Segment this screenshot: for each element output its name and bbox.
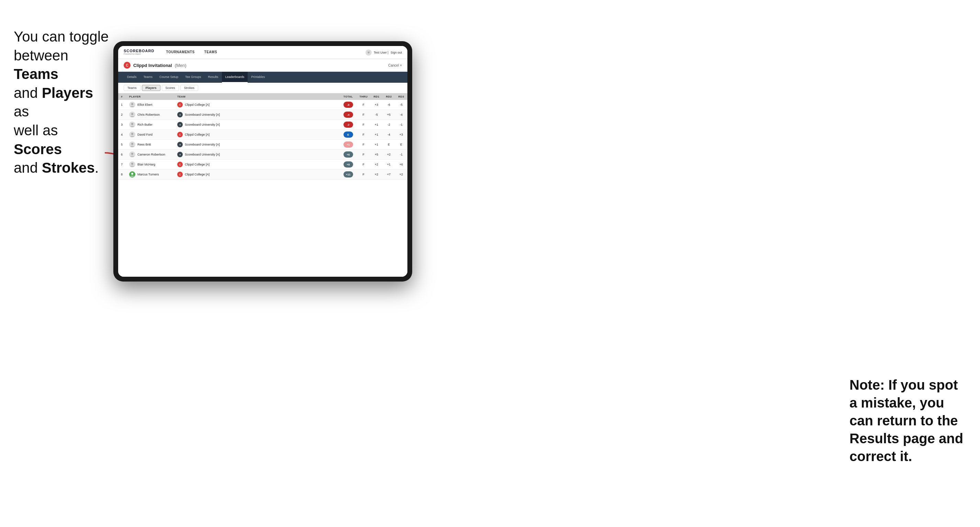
- table-row: 3Rich Butler■Scoreboard University [A]-2…: [118, 120, 407, 130]
- sub-toggle-bar: Teams Players Scores Strokes: [118, 83, 407, 94]
- cell-rd2: -4: [383, 130, 395, 140]
- tournament-title: C Clippd Invitational (Men): [124, 62, 186, 69]
- toggle-scores[interactable]: Scores: [162, 85, 179, 91]
- cell-team: CClippd College [A]: [175, 100, 329, 110]
- cell-rank: 3: [118, 120, 126, 130]
- team-icon: ■: [177, 112, 183, 117]
- bold-scores: Scores: [14, 141, 62, 157]
- cell-rd1: +1: [370, 120, 383, 130]
- player-avatar: [129, 111, 135, 118]
- cell-player: Marcus Turners: [126, 170, 175, 179]
- cell-rank: 7: [118, 160, 126, 170]
- cell-rd1: +2: [370, 170, 383, 179]
- cancel-button[interactable]: Cancel ×: [388, 63, 402, 67]
- team-name: Clippd College [A]: [185, 163, 210, 166]
- tab-course-setup[interactable]: Course Setup: [156, 72, 182, 83]
- cell-team: ■Scoreboard University [A]: [175, 120, 329, 130]
- cell-rank: 4: [118, 130, 126, 140]
- cell-player: Rich Butler: [126, 120, 175, 130]
- tab-printables[interactable]: Printables: [248, 72, 268, 83]
- tab-results[interactable]: Results: [205, 72, 222, 83]
- cell-player: Blair McHarg: [126, 160, 175, 170]
- col-total: TOTAL: [340, 94, 357, 100]
- toggle-teams[interactable]: Teams: [124, 85, 140, 91]
- nav-teams[interactable]: TEAMS: [200, 46, 222, 59]
- player-avatar: [129, 102, 135, 108]
- team-icon: ■: [177, 142, 183, 147]
- player-name: Chris Robertson: [137, 113, 160, 116]
- cell-team: CClippd College [A]: [175, 160, 329, 170]
- bold-strokes: Strokes: [42, 160, 95, 176]
- bold-teams: Teams: [14, 66, 58, 82]
- tablet-screen: SCOREBOARD Powered by clippd TOURNAMENTS…: [118, 46, 407, 277]
- tab-bar: Details Teams Course Setup Tee Groups Re…: [118, 72, 407, 83]
- player-name: Marcus Turners: [137, 173, 159, 176]
- tab-teams[interactable]: Teams: [140, 72, 156, 83]
- cell-player: Cameron Robertson: [126, 150, 175, 160]
- player-avatar: [129, 161, 135, 168]
- player-avatar: [129, 151, 135, 157]
- table-body: 1Elliot EbertCClippd College [A]-8F+3-6-…: [118, 100, 407, 179]
- table-header-row: # PLAYER TEAM TOTAL THRU RD1 RD2 RD3: [118, 94, 407, 100]
- svg-point-4: [131, 133, 133, 135]
- svg-point-8: [131, 173, 133, 175]
- tab-leaderboards[interactable]: Leaderboards: [222, 72, 248, 83]
- player-name: David Ford: [137, 133, 153, 136]
- team-name: Scoreboard University [A]: [185, 153, 220, 156]
- svg-point-7: [131, 163, 133, 165]
- cell-total: +6: [340, 150, 357, 160]
- toggle-strokes[interactable]: Strokes: [180, 85, 199, 91]
- cell-thru: F: [357, 120, 370, 130]
- toggle-players[interactable]: Players: [142, 85, 161, 91]
- cell-total: -2: [340, 120, 357, 130]
- cell-thru: F: [357, 100, 370, 110]
- cell-rank: 6: [118, 150, 126, 160]
- top-nav: SCOREBOARD Powered by clippd TOURNAMENTS…: [118, 46, 407, 59]
- cell-total: +11: [340, 170, 357, 179]
- player-avatar: [129, 122, 135, 128]
- player-name: Cameron Robertson: [137, 153, 165, 156]
- svg-point-6: [131, 153, 133, 155]
- sign-out-link[interactable]: Sign out: [391, 51, 402, 54]
- table-row: 1Elliot EbertCClippd College [A]-8F+3-6-…: [118, 100, 407, 110]
- col-player: PLAYER: [126, 94, 175, 100]
- col-rd3: RD3: [395, 94, 407, 100]
- col-rank: #: [118, 94, 126, 100]
- svg-point-1: [131, 103, 133, 105]
- cell-rank: 5: [118, 140, 126, 150]
- cell-rd3: -5: [395, 100, 407, 110]
- team-icon: ■: [177, 152, 183, 157]
- scoreboard-logo: SCOREBOARD Powered by clippd: [124, 49, 154, 55]
- tablet-frame: SCOREBOARD Powered by clippd TOURNAMENTS…: [113, 41, 412, 281]
- players-table: # PLAYER TEAM TOTAL THRU RD1 RD2 RD3 1El…: [118, 94, 407, 179]
- cell-team: ■Scoreboard University [A]: [175, 150, 329, 160]
- player-name: Blair McHarg: [137, 163, 155, 166]
- cell-thru: F: [357, 110, 370, 120]
- team-name: Scoreboard University [A]: [185, 143, 220, 146]
- note-label: Note: If you spot a mistake, you can ret…: [850, 377, 963, 464]
- team-icon: C: [177, 162, 183, 167]
- tournament-gender: (Men): [175, 63, 186, 68]
- cell-team: CClippd College [A]: [175, 170, 329, 179]
- col-thru: THRU: [357, 94, 370, 100]
- cell-rank: 8: [118, 170, 126, 179]
- svg-point-3: [131, 123, 133, 125]
- svg-point-2: [131, 113, 133, 115]
- cell-rd1: -5: [370, 110, 383, 120]
- player-name: Rees Britt: [137, 143, 151, 146]
- cell-team: ■Scoreboard University [A]: [175, 110, 329, 120]
- cell-rd3: -1: [395, 150, 407, 160]
- col-team: TEAM: [175, 94, 329, 100]
- team-icon: C: [177, 132, 183, 137]
- cell-total: -8: [340, 100, 357, 110]
- nav-tournaments[interactable]: TOURNAMENTS: [161, 46, 199, 59]
- cell-team: CClippd College [A]: [175, 130, 329, 140]
- tab-tee-groups[interactable]: Tee Groups: [182, 72, 205, 83]
- cell-total: +8: [340, 160, 357, 170]
- cell-rd2: -6: [383, 100, 395, 110]
- cell-player: Chris Robertson: [126, 110, 175, 120]
- tab-details[interactable]: Details: [124, 72, 140, 83]
- cell-rd3: +6: [395, 160, 407, 170]
- table-row: 6Cameron Robertson■Scoreboard University…: [118, 150, 407, 160]
- player-name: Rich Butler: [137, 123, 153, 126]
